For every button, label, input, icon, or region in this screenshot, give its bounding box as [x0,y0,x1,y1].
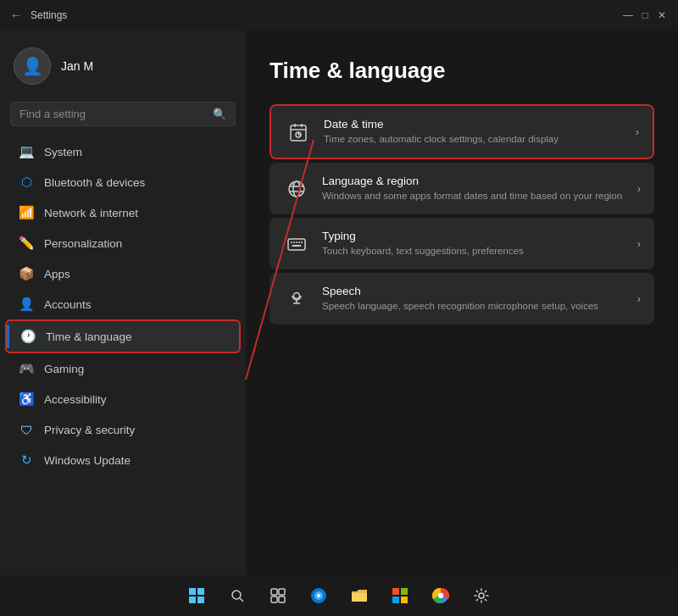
svg-rect-30 [271,589,277,595]
user-profile[interactable]: 👤 Jan M [0,31,246,98]
sidebar-item-label: Time & language [46,330,132,343]
settings-item-date-time[interactable]: Date & time Time zones, automatic clock … [271,106,653,158]
svg-rect-33 [279,597,285,602]
sidebar: 👤 Jan M 🔍 💻 System ⬡ Bluetooth & devices… [0,31,246,575]
sidebar-item-system[interactable]: 💻 System [5,136,241,167]
minimize-button[interactable]: — [622,9,634,21]
typing-icon [283,230,310,258]
bluetooth-icon: ⬡ [19,175,34,190]
date-time-title: Date & time [324,118,624,130]
speech-text: Speech Speech language, speech recogniti… [322,285,625,313]
gaming-icon: 🎮 [19,361,34,376]
sidebar-item-update[interactable]: ↻ Windows Update [5,445,241,475]
accounts-icon: 👤 [19,297,34,312]
window-controls: — □ ✕ [622,9,668,21]
date-time-desc: Time zones, automatic clock settings, ca… [324,132,624,146]
avatar: 👤 [14,47,51,85]
typing-title: Typing [322,230,625,242]
speech-icon [283,286,310,313]
date-time-icon [285,119,312,146]
svg-rect-26 [189,597,196,603]
maximize-button[interactable]: □ [639,9,651,21]
accessibility-icon: ♿ [19,391,34,407]
start-button[interactable] [181,580,213,612]
svg-point-36 [317,594,320,597]
avatar-icon: 👤 [22,56,43,76]
page-title: Time & language [270,58,654,84]
sidebar-item-gaming[interactable]: 🎮 Gaming [5,353,241,384]
speech-chevron: › [637,292,641,305]
language-title: Language & region [322,175,625,187]
sidebar-item-time[interactable]: 🕐 Time & language [5,319,241,353]
sidebar-item-personalization[interactable]: ✏️ Personalization [5,228,241,258]
titlebar: ← Settings — □ ✕ [0,0,678,31]
network-icon: 📶 [19,205,34,220]
svg-point-20 [294,292,300,298]
sidebar-item-label: Accounts [44,298,92,311]
app-title: Settings [31,9,67,21]
svg-rect-38 [401,588,408,595]
settings-card-language: Language & region Windows and some apps … [270,163,654,214]
svg-rect-32 [271,597,277,602]
sidebar-item-network[interactable]: 📶 Network & internet [5,197,241,228]
svg-rect-39 [392,597,399,603]
taskbar-files[interactable] [343,580,375,612]
settings-card-typing: Typing Touch keyboard, text suggestions,… [270,218,654,269]
sidebar-item-label: Gaming [44,363,84,375]
taskbar-settings[interactable] [465,580,497,612]
svg-rect-27 [197,597,204,603]
back-button[interactable]: ← [10,8,22,22]
search-input[interactable] [19,108,206,120]
close-button[interactable]: ✕ [656,9,668,21]
sidebar-item-label: Privacy & security [44,424,135,436]
date-time-text: Date & time Time zones, automatic clock … [324,118,624,146]
language-chevron: › [637,182,641,195]
typing-text: Typing Touch keyboard, text suggestions,… [322,230,625,258]
sidebar-item-label: Bluetooth & devices [44,176,145,189]
settings-item-speech[interactable]: Speech Speech language, speech recogniti… [270,273,654,325]
sidebar-item-label: Apps [44,268,70,280]
sidebar-item-label: Accessibility [44,393,107,406]
user-name: Jan M [61,59,93,73]
sidebar-item-bluetooth[interactable]: ⬡ Bluetooth & devices [5,167,241,197]
svg-point-44 [479,593,484,598]
taskbar-taskview[interactable] [262,580,294,612]
typing-chevron: › [637,237,641,250]
svg-point-28 [232,591,241,599]
personalization-icon: ✏️ [19,236,34,251]
svg-point-8 [293,181,300,197]
svg-line-29 [240,598,243,602]
settings-item-typing[interactable]: Typing Touch keyboard, text suggestions,… [270,218,654,269]
taskbar-chrome[interactable] [425,580,457,612]
typing-desc: Touch keyboard, text suggestions, prefer… [322,244,625,258]
main-content: Time & language [246,31,678,575]
sidebar-item-accessibility[interactable]: ♿ Accessibility [5,384,241,414]
language-text: Language & region Windows and some apps … [322,175,625,203]
search-box[interactable]: 🔍 [10,102,236,126]
taskbar-browser[interactable] [303,580,335,612]
sidebar-item-apps[interactable]: 📦 Apps [5,258,241,289]
language-desc: Windows and some apps format dates and t… [322,189,625,203]
apps-icon: 📦 [19,266,34,281]
date-time-chevron: › [636,125,639,138]
settings-item-language[interactable]: Language & region Windows and some apps … [270,163,654,214]
sidebar-item-accounts[interactable]: 👤 Accounts [5,289,241,319]
svg-rect-40 [401,597,408,603]
taskbar-store[interactable] [384,580,416,612]
svg-rect-24 [189,588,196,595]
settings-card-speech: Speech Speech language, speech recogniti… [270,273,654,325]
svg-rect-37 [392,588,399,595]
taskbar [0,575,678,616]
system-icon: 💻 [19,144,34,159]
svg-rect-13 [288,239,305,250]
svg-rect-31 [279,589,285,595]
taskbar-search[interactable] [221,580,253,612]
update-icon: ↻ [19,452,34,468]
svg-rect-25 [197,588,204,595]
sidebar-item-label: Personalization [44,237,122,250]
svg-point-43 [438,593,443,598]
speech-title: Speech [322,285,625,297]
privacy-icon: 🛡 [19,422,34,437]
sidebar-item-privacy[interactable]: 🛡 Privacy & security [5,414,241,445]
speech-desc: Speech language, speech recognition micr… [322,299,625,313]
